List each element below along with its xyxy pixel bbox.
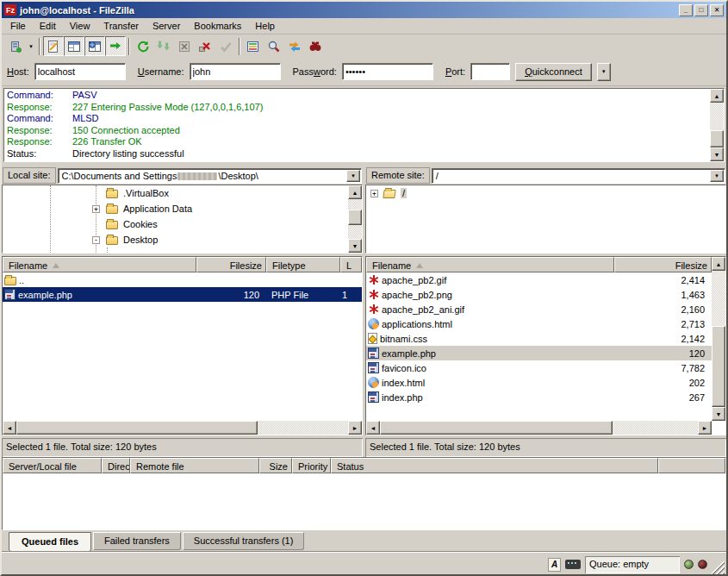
- scroll-left-arrow[interactable]: ◄: [366, 421, 380, 435]
- quickconnect-button[interactable]: Quickconnect: [515, 63, 592, 81]
- scroll-right-arrow[interactable]: ►: [698, 421, 712, 435]
- collapse-minus-icon[interactable]: -: [92, 236, 100, 244]
- port-input[interactable]: [470, 63, 510, 80]
- scroll-down-arrow[interactable]: ▼: [710, 147, 724, 161]
- menu-server[interactable]: Server: [146, 19, 187, 33]
- remote-list-scrollbar[interactable]: ▲ ▼: [712, 257, 725, 421]
- scroll-down-arrow[interactable]: ▼: [348, 239, 362, 253]
- menu-help[interactable]: Help: [248, 19, 282, 33]
- file-row[interactable]: applications.html 2,713: [366, 316, 712, 331]
- remote-list-header: Filename Filesize: [366, 257, 712, 272]
- local-tree-scrollbar[interactable]: ▲ ▼: [348, 185, 362, 253]
- scroll-thumb[interactable]: [712, 326, 725, 407]
- toggle-local-tree-button[interactable]: [64, 36, 84, 56]
- menu-file[interactable]: File: [3, 19, 33, 33]
- column-header-filesize[interactable]: Filesize: [614, 257, 712, 272]
- scroll-thumb[interactable]: [710, 130, 724, 147]
- log-line: Command:MLSD: [7, 113, 706, 125]
- site-manager-dropdown[interactable]: ▼: [26, 36, 36, 56]
- file-row[interactable]: apache_pb2.png 1,463: [366, 287, 712, 302]
- tree-item-application-data[interactable]: + Application Data: [3, 201, 362, 216]
- column-header-status[interactable]: Status: [331, 458, 658, 473]
- file-row[interactable]: index.php 267: [366, 390, 712, 404]
- scroll-up-arrow[interactable]: ▲: [348, 185, 362, 199]
- combo-dropdown-arrow[interactable]: ▼: [710, 170, 724, 182]
- close-button[interactable]: ✕: [710, 4, 724, 16]
- tree-item-cookies[interactable]: Cookies: [3, 216, 362, 232]
- password-input[interactable]: [342, 63, 433, 80]
- cancel-operation-button[interactable]: [174, 36, 195, 56]
- file-row-parent-dir[interactable]: ..: [3, 272, 362, 287]
- tab-queued-files[interactable]: Queued files: [9, 532, 91, 552]
- column-header-filename[interactable]: Filename: [366, 257, 614, 272]
- column-header-server-local-file[interactable]: Server/Local file: [3, 458, 102, 473]
- quickconnect-dropdown[interactable]: ▼: [597, 63, 611, 81]
- tab-successful-transfers[interactable]: Successful transfers (1): [183, 532, 305, 550]
- username-input[interactable]: [190, 63, 281, 80]
- menu-view[interactable]: View: [63, 19, 97, 33]
- scroll-up-arrow[interactable]: ▲: [710, 89, 724, 103]
- filter-button[interactable]: [243, 36, 264, 56]
- datatype-ascii-icon: A: [548, 558, 561, 572]
- disconnect-button[interactable]: [195, 36, 215, 56]
- minimize-button[interactable]: _: [679, 4, 693, 16]
- tab-failed-transfers[interactable]: Failed transfers: [93, 532, 181, 550]
- menu-edit[interactable]: Edit: [33, 19, 63, 33]
- censored-username: [177, 172, 217, 180]
- toggle-queue-view-button[interactable]: [105, 36, 126, 56]
- html-file-icon: [368, 318, 379, 329]
- local-tree: .VirtualBox + Application Data Cookies -…: [2, 185, 363, 254]
- find-button[interactable]: [305, 36, 326, 56]
- column-header-size[interactable]: Size: [259, 458, 292, 473]
- scroll-thumb[interactable]: [348, 210, 362, 225]
- scroll-left-arrow[interactable]: ◄: [3, 421, 16, 435]
- file-row[interactable]: apache_pb2_ani.gif 2,160: [366, 302, 712, 316]
- file-row[interactable]: bitnami.css 2,142: [366, 331, 712, 346]
- apache-feather-icon: [368, 274, 379, 285]
- column-header-priority[interactable]: Priority: [292, 458, 331, 473]
- column-header-remote-file[interactable]: Remote file: [130, 458, 259, 473]
- scroll-thumb[interactable]: [16, 421, 258, 435]
- process-queue-button[interactable]: [153, 36, 174, 56]
- apache-feather-icon: [368, 304, 379, 315]
- column-header-filename[interactable]: Filename: [3, 257, 196, 272]
- file-row[interactable]: favicon.ico 7,782: [366, 360, 712, 375]
- file-row-selected[interactable]: example.php 120: [366, 346, 712, 360]
- column-header-direction[interactable]: Directi...: [102, 458, 130, 473]
- column-header-lastmodified[interactable]: L: [340, 257, 362, 272]
- host-input[interactable]: [34, 63, 126, 80]
- combo-dropdown-arrow[interactable]: ▼: [346, 170, 360, 182]
- folder-icon: [106, 221, 118, 229]
- synchronized-browsing-button[interactable]: [284, 36, 305, 56]
- toggle-remote-tree-button[interactable]: [84, 36, 105, 56]
- scroll-right-arrow[interactable]: ►: [348, 421, 362, 435]
- menu-bookmarks[interactable]: Bookmarks: [187, 19, 248, 33]
- resize-grip[interactable]: [712, 561, 725, 574]
- scroll-down-arrow[interactable]: ▼: [712, 407, 725, 421]
- abort-button[interactable]: [215, 36, 236, 56]
- maximize-button[interactable]: □: [694, 4, 708, 16]
- site-manager-button[interactable]: [5, 36, 26, 56]
- refresh-button[interactable]: [133, 36, 153, 56]
- toggle-log-view-button[interactable]: [43, 36, 64, 56]
- php-file-icon: [368, 391, 379, 403]
- local-path-combo[interactable]: C:\Documents and Settings\Desktop\ ▼: [58, 168, 362, 184]
- scroll-thumb[interactable]: [380, 421, 613, 435]
- expand-plus-icon[interactable]: +: [370, 190, 378, 197]
- remote-list-hscrollbar[interactable]: ◄ ►: [366, 421, 712, 435]
- scroll-up-arrow[interactable]: ▲: [712, 257, 725, 271]
- file-row-example-php[interactable]: example.php 120 PHP File 1: [3, 287, 362, 302]
- column-header-filesize[interactable]: Filesize: [196, 257, 266, 272]
- local-list-hscrollbar[interactable]: ◄ ►: [3, 421, 362, 435]
- menu-transfer[interactable]: Transfer: [96, 19, 146, 33]
- expand-plus-icon[interactable]: +: [92, 205, 100, 213]
- remote-path-combo[interactable]: / ▼: [432, 168, 725, 184]
- log-scrollbar[interactable]: ▲ ▼: [710, 89, 724, 161]
- tree-item-desktop[interactable]: - Desktop: [3, 232, 362, 247]
- tree-item-virtualbox[interactable]: .VirtualBox: [3, 185, 362, 201]
- file-row[interactable]: index.html 202: [366, 375, 712, 390]
- file-row[interactable]: apache_pb2.gif 2,414: [366, 272, 712, 287]
- tree-item-root[interactable]: + /: [366, 185, 725, 201]
- compare-button[interactable]: [264, 36, 284, 56]
- column-header-filetype[interactable]: Filetype: [266, 257, 340, 272]
